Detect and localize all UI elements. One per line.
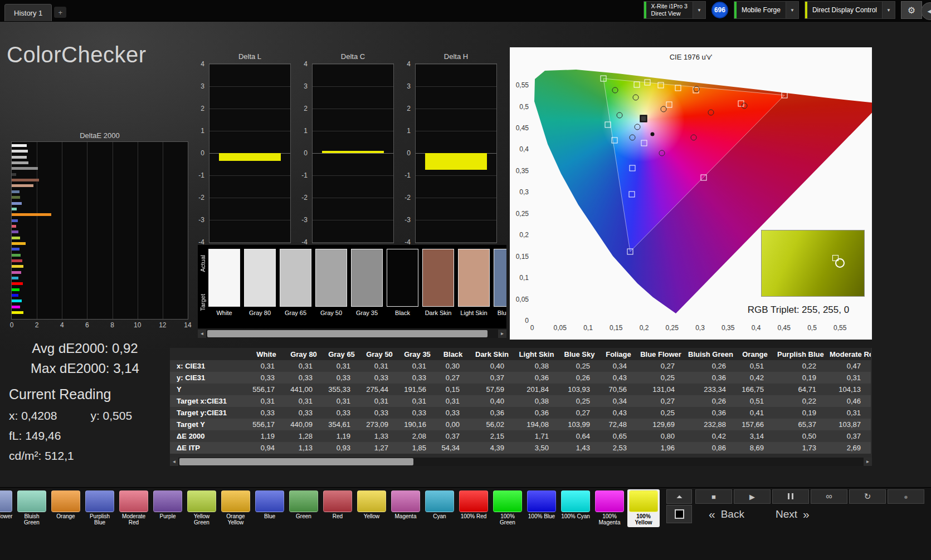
table-cell: 0,26 [685, 395, 736, 407]
delta-axis-tick: 3 [289, 82, 308, 90]
delta-gridline [209, 175, 290, 176]
patch-color [255, 490, 284, 512]
patch-button-blue-flower[interactable]: Blue Flower [0, 489, 14, 527]
history-tab[interactable]: History 1 [4, 4, 52, 21]
patch-button-100-magenta[interactable]: 100% Magenta [593, 489, 626, 527]
scrollbar-track[interactable] [178, 458, 864, 466]
de-bar-orange-yellow [12, 242, 26, 245]
column-header-orange: Orange [736, 348, 774, 360]
table-cell: 1,28 [285, 430, 323, 442]
measure-indicator-button[interactable]: ● [888, 489, 924, 504]
de-bar-green [12, 254, 21, 257]
patch-color [561, 490, 590, 512]
swatch-black[interactable]: Black [387, 249, 418, 316]
continuous-measure-button[interactable]: ∞ [811, 489, 847, 504]
display-control-label: Direct Display Control [807, 2, 882, 18]
next-button[interactable]: Next » [762, 505, 823, 523]
settings-button[interactable]: ⚙ [901, 1, 922, 19]
patch-button-bluish-green[interactable]: Bluish Green [16, 489, 48, 527]
swatch-gray-50[interactable]: Gray 50 [315, 249, 347, 316]
add-history-tab-button[interactable]: + [54, 7, 66, 18]
patch-button-red[interactable]: Red [321, 489, 354, 527]
patch-button-100-blue[interactable]: 100% Blue [525, 489, 558, 527]
scroll-left-button[interactable]: ◄ [170, 458, 178, 466]
swatch-blue-sky[interactable]: Blue Sky [494, 249, 506, 316]
meter-dropdown[interactable]: X-Rite i1Pro 3 Direct View ▼ [644, 1, 706, 19]
chevron-down-icon[interactable]: ▼ [693, 2, 705, 18]
table-row-y: Y556,17441,00355,33275,44191,560,1557,59… [170, 384, 871, 395]
cie-measured-marker [612, 87, 618, 94]
pattern-window-button[interactable] [666, 505, 692, 523]
chevron-down-icon[interactable]: ▼ [786, 2, 798, 18]
scroll-right-button[interactable]: ► [864, 458, 872, 466]
back-button[interactable]: « Back [695, 505, 758, 523]
delta-axis-tick: 0 [289, 149, 308, 157]
de-bar-purplish-blue [12, 219, 18, 222]
swatch-dark-skin[interactable]: Dark Skin [422, 249, 454, 316]
table-cell: 0,34 [600, 360, 637, 372]
black-square-icon [675, 509, 684, 519]
table-cell: 273,09 [360, 419, 398, 430]
source-dropdown[interactable]: Mobile Forge ▼ [734, 1, 799, 19]
patch-button-cyan[interactable]: Cyan [423, 489, 456, 527]
patch-button-orange[interactable]: Orange [50, 489, 82, 527]
patch-color [323, 490, 352, 512]
display-control-dropdown[interactable]: Direct Display Control ▼ [805, 1, 895, 19]
column-header-bluish-green: Bluish Green [685, 348, 736, 360]
swatch-light-skin[interactable]: Light Skin [458, 249, 490, 316]
patch-button-100-red[interactable]: 100% Red [457, 489, 490, 527]
patch-button-100-yellow[interactable]: 100% Yellow [627, 489, 660, 527]
cie-measured-marker [629, 134, 635, 140]
stop-button[interactable]: ■ [695, 489, 732, 504]
table-cell: 1,27 [360, 442, 398, 454]
patch-button-moderate-red[interactable]: Moderate Red [118, 489, 150, 527]
scrollbar-track[interactable] [206, 330, 498, 338]
table-cell: 0,33 [248, 407, 285, 419]
patch-button-100-cyan[interactable]: 100% Cyan [559, 489, 592, 527]
scrollbar-thumb[interactable] [179, 458, 413, 465]
patch-button-yellow-green[interactable]: Yellow Green [186, 489, 218, 527]
cie-axis-tick: 0,55 [511, 81, 529, 89]
patch-button-magenta[interactable]: Magenta [389, 489, 422, 527]
cie-axis-tick: 0,15 [511, 253, 529, 261]
swatch-white[interactable]: White [208, 249, 240, 316]
de-bar-100-green [12, 288, 20, 291]
swatch-strip-scrollbar[interactable]: ◄ ► [198, 330, 506, 338]
patch-label: Purplish Blue [84, 513, 116, 527]
swatch-gray-80[interactable]: Gray 80 [244, 249, 276, 316]
patch-color [0, 490, 12, 512]
patch-button-100-green[interactable]: 100% Green [491, 489, 524, 527]
patch-button-blue[interactable]: Blue [254, 489, 286, 527]
cie-axis-tick: 0,4 [748, 324, 764, 332]
de-bar-moderate-red [12, 225, 16, 228]
table-cell: 0,37 [436, 430, 470, 442]
pattern-nav: « Back Next » [695, 505, 823, 523]
scroll-right-button[interactable]: ► [498, 330, 506, 338]
patch-button-yellow[interactable]: Yellow [355, 489, 388, 527]
patch-button-orange-yellow[interactable]: Orange Yellow [220, 489, 252, 527]
scroll-left-button[interactable]: ◄ [198, 330, 206, 338]
loop-button[interactable]: ↻ [849, 489, 886, 504]
cie-target-marker [700, 175, 706, 181]
patch-button-green[interactable]: Green [287, 489, 320, 527]
patch-button-purplish-blue[interactable]: Purplish Blue [84, 489, 116, 527]
column-header-white: White [248, 348, 285, 360]
expand-pattern-list-button[interactable]: ▲ [666, 489, 692, 504]
delta-axis-tick: 0 [392, 149, 411, 157]
table-cell: 0,40 [470, 360, 514, 372]
pause-button[interactable] [772, 489, 809, 504]
swatch-gray-65[interactable]: Gray 65 [280, 249, 311, 316]
play-button[interactable]: ▶ [734, 489, 771, 504]
de-bar-gray-80 [12, 150, 28, 153]
swatch-gray-35[interactable]: Gray 35 [351, 249, 383, 316]
table-scrollbar[interactable]: ◄ ► [170, 458, 872, 466]
swatch-label: Gray 50 [315, 310, 347, 316]
de-bar-100-blue [12, 294, 18, 297]
table-cell: 157,66 [736, 419, 774, 430]
patch-button-purple[interactable]: Purple [152, 489, 184, 527]
table-cell: 0,86 [685, 442, 736, 454]
table-cell: 0,31 [323, 395, 360, 407]
chevron-down-icon[interactable]: ▼ [882, 2, 895, 18]
de-bar-gray-50 [12, 161, 28, 164]
scrollbar-thumb[interactable] [207, 330, 488, 337]
